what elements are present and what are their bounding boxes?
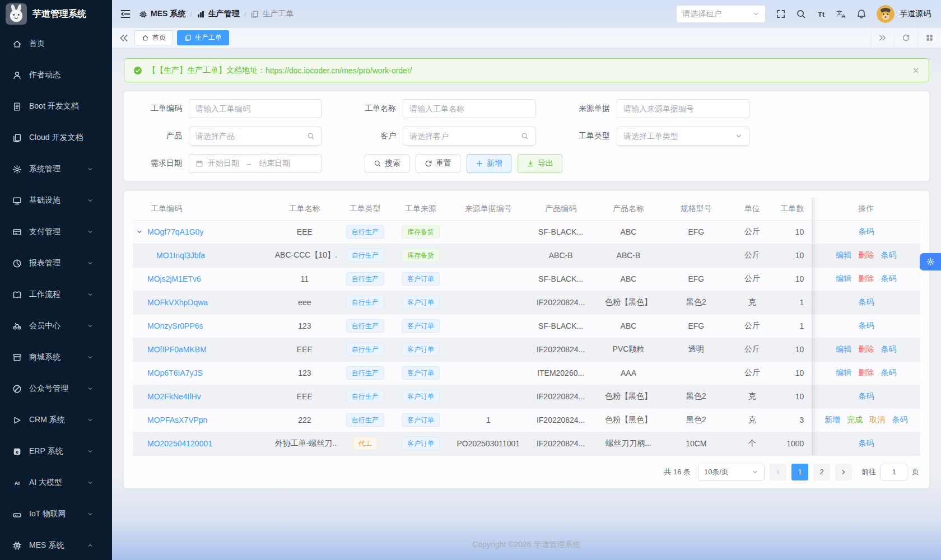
sidebar-item-mes[interactable]: MES 系统	[0, 530, 112, 560]
layout-grid-button[interactable]	[917, 28, 941, 48]
search-icon[interactable]	[796, 9, 806, 19]
export-button[interactable]: 导出	[518, 154, 562, 173]
sidebar-item-member[interactable]: 会员中心	[0, 310, 112, 342]
sidebar-item-document[interactable]: Boot 开发文档	[0, 91, 112, 122]
work-order-code-link[interactable]: MOFkVXhpDqwa	[147, 298, 208, 307]
work-order-code-link[interactable]: MO1Inql3Jbfa	[156, 251, 205, 260]
row-action-link[interactable]: 条码	[858, 297, 874, 307]
work-order-code-link[interactable]: MOnzySr0PP6s	[147, 321, 203, 330]
product-select-field[interactable]	[195, 132, 304, 141]
sidebar-item-ai[interactable]: AIAI 大模型	[0, 467, 112, 498]
page-button-1[interactable]: 1	[791, 464, 808, 480]
work-order-name-input[interactable]	[403, 99, 535, 118]
row-action-link[interactable]: 编辑	[836, 250, 851, 260]
translate-icon[interactable]: 文A	[836, 9, 846, 19]
actions-cell: 条码	[812, 432, 920, 455]
source-doc-input-field[interactable]	[623, 104, 743, 113]
work-order-type-select[interactable]	[617, 127, 749, 146]
row-action-link[interactable]: 条码	[881, 368, 896, 378]
row-action-link[interactable]: 完成	[847, 415, 863, 425]
sidebar-item-official-account[interactable]: 公众号管理	[0, 373, 112, 404]
breadcrumb-item-work-order: 生产工单	[250, 9, 294, 19]
row-action-link[interactable]: 新增	[824, 415, 840, 425]
expand-row-toggle[interactable]	[136, 228, 147, 235]
sidebar-logo[interactable]: 芋道管理系统	[0, 0, 112, 28]
row-action-link[interactable]: 编辑	[836, 344, 851, 354]
user-menu[interactable]: 芋道源码	[877, 5, 931, 23]
sidebar-item-iot[interactable]: IoT 物联网	[0, 498, 112, 530]
row-action-link[interactable]: 删除	[858, 368, 874, 378]
sidebar-item-monitor[interactable]: 基础设施	[0, 185, 112, 216]
work-order-name-input-field[interactable]	[409, 104, 529, 113]
row-action-link[interactable]: 条码	[881, 344, 896, 354]
row-action-link[interactable]: 条码	[892, 415, 907, 425]
scroll-tabs-left-icon[interactable]	[119, 33, 129, 43]
row-action-link[interactable]: 条码	[881, 274, 896, 284]
tab-work-order[interactable]: 生产工单	[177, 30, 229, 45]
sidebar-item-bank-card[interactable]: 支付管理	[0, 216, 112, 248]
sidebar-item-workflow[interactable]: 工作流程	[0, 279, 112, 310]
row-action-link[interactable]: 条码	[858, 321, 874, 331]
row-action-link[interactable]: 删除	[858, 274, 874, 284]
doc-link[interactable]: https://doc.iocoder.cn/mes/pro/work-orde…	[265, 66, 412, 75]
breadcrumb-item-mes[interactable]: MES 系统	[139, 9, 185, 19]
row-action-link[interactable]: 删除	[858, 250, 874, 260]
work-order-code-link[interactable]: MOgf77qA1G0y	[147, 227, 203, 236]
product-name-cell: AAA	[594, 361, 663, 385]
product-select[interactable]	[189, 127, 322, 146]
sidebar-item-erp[interactable]: eERP 系统	[0, 436, 112, 467]
row-action-link[interactable]: 条码	[858, 391, 874, 402]
next-page-button[interactable]	[835, 464, 852, 480]
goto-page-input[interactable]	[881, 464, 907, 480]
row-action-link[interactable]: 编辑	[836, 274, 851, 284]
customer-select[interactable]	[403, 127, 535, 146]
close-icon[interactable]	[912, 67, 920, 74]
row-action-link[interactable]: 取消	[869, 415, 885, 425]
row-action-link[interactable]: 条码	[881, 250, 896, 260]
work-order-code-link[interactable]: MO2FkNe4IlHv	[147, 392, 201, 401]
sidebar-item-shop[interactable]: 商城系统	[0, 342, 112, 373]
page-size-select[interactable]: 10条/页	[698, 464, 765, 480]
scroll-tabs-right-button[interactable]	[870, 28, 894, 48]
demand-date-range-picker[interactable]: 开始日期 – 结束日期	[189, 154, 322, 173]
breadcrumb-item-production[interactable]: 生产管理	[197, 9, 240, 19]
sidebar-item-user[interactable]: 作者动态	[0, 59, 112, 91]
work-order-code-link[interactable]: MOjs2jM1ETv6	[147, 274, 201, 283]
status-tag: 客户订单	[402, 272, 440, 286]
reset-button[interactable]: 重置	[416, 154, 460, 173]
source-doc-input[interactable]	[617, 99, 749, 118]
sidebar-item-copy-document[interactable]: Cloud 开发文档	[0, 122, 112, 153]
row-action-link[interactable]: 编辑	[836, 368, 851, 378]
tab-home[interactable]: 首页	[134, 30, 173, 45]
work-order-code-link[interactable]: MOp6T6IA7yJS	[147, 368, 203, 377]
work-order-code-link[interactable]: MOfIPF0aMKBM	[147, 345, 207, 354]
row-action-link[interactable]: 条码	[858, 227, 874, 237]
work-order-code-input-field[interactable]	[195, 104, 315, 113]
row-action-link[interactable]: 删除	[858, 344, 874, 354]
search-button[interactable]: 搜索	[365, 154, 409, 173]
page-button-2[interactable]: 2	[813, 464, 830, 480]
fullscreen-icon[interactable]	[776, 9, 786, 19]
chevron-down-icon	[87, 291, 94, 298]
work-order-code-input[interactable]	[189, 99, 322, 118]
font-size-icon[interactable]: Tt	[816, 9, 826, 19]
work-order-type-select-field[interactable]	[623, 132, 732, 141]
status-tag: 自行生产	[346, 413, 384, 427]
refresh-page-button[interactable]	[894, 28, 917, 48]
menu-fold-icon[interactable]	[120, 8, 131, 20]
theme-settings-button[interactable]	[920, 253, 941, 270]
tenant-select[interactable]: 请选择租户	[676, 5, 766, 23]
bell-icon[interactable]	[856, 9, 867, 19]
work-order-code-link[interactable]: MO202504120001	[147, 439, 212, 448]
sidebar-item-pie-chart[interactable]: 报表管理	[0, 248, 112, 279]
work-order-code-link[interactable]: MOPFAsX7VPpn	[147, 416, 207, 424]
sidebar-item-gear[interactable]: 系统管理	[0, 153, 112, 185]
status-tag: 客户订单	[402, 366, 440, 380]
row-action-link[interactable]: 条码	[858, 438, 874, 449]
customer-select-field[interactable]	[409, 132, 518, 141]
sidebar-item-home[interactable]: 首页	[0, 28, 112, 59]
add-button[interactable]: 新增	[467, 154, 511, 173]
sidebar-item-crm[interactable]: CRM 系统	[0, 404, 112, 436]
prev-page-button[interactable]	[770, 464, 786, 480]
table-row: MOgf77qA1G0yEEE自行生产库存备货SF-BLACK...ABCEFG…	[133, 220, 920, 244]
